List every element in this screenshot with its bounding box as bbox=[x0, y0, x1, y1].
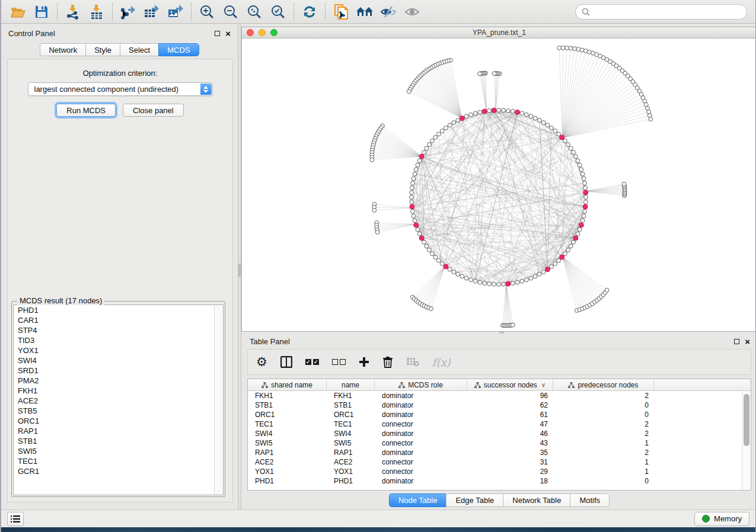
optimization-criterion-select[interactable]: largest connected component (undirected) bbox=[28, 82, 213, 96]
tab-node-table[interactable]: Node Table bbox=[389, 493, 446, 507]
tab-style[interactable]: Style bbox=[85, 43, 120, 56]
mcds-result-item[interactable]: ORC1 bbox=[14, 416, 223, 426]
tab-select[interactable]: Select bbox=[120, 43, 158, 56]
tab-mcds[interactable]: MCDS bbox=[158, 43, 199, 56]
hide-selected-icon[interactable] bbox=[377, 2, 400, 22]
close-panel-button[interactable]: Close panel bbox=[123, 104, 184, 117]
search-input[interactable] bbox=[594, 8, 741, 16]
toolbar-separator bbox=[325, 3, 326, 21]
export-image-icon[interactable] bbox=[164, 2, 187, 22]
memory-status-icon bbox=[702, 515, 710, 523]
mcds-result-item[interactable]: FKH1 bbox=[14, 386, 223, 396]
column-header-successor-nodes[interactable]: successor nodes∨ bbox=[467, 379, 553, 390]
table-row[interactable]: YOX1YOX1connector291 bbox=[248, 467, 751, 476]
desktop-background bbox=[1, 527, 755, 532]
mcds-result-item[interactable]: CAR1 bbox=[14, 315, 223, 325]
mcds-result-item[interactable]: GCR1 bbox=[14, 466, 223, 476]
export-network-icon[interactable] bbox=[116, 2, 140, 22]
import-table-icon[interactable] bbox=[85, 2, 109, 22]
mcds-result-item[interactable]: RAP1 bbox=[14, 426, 223, 436]
mcds-result-item[interactable]: SWI4 bbox=[14, 355, 223, 366]
column-header-shared-name[interactable]: shared name bbox=[248, 379, 327, 390]
close-table-panel-icon[interactable]: × bbox=[745, 339, 750, 344]
add-column-icon[interactable] bbox=[359, 353, 369, 371]
tab-network[interactable]: Network bbox=[40, 43, 85, 56]
network-graph[interactable] bbox=[242, 39, 756, 332]
network-window-title: YPA_prune.txt_1 bbox=[242, 28, 756, 37]
tab-motifs[interactable]: Motifs bbox=[570, 493, 610, 507]
import-network-icon[interactable] bbox=[61, 2, 85, 22]
mcds-result-item[interactable]: ACE2 bbox=[14, 396, 223, 406]
column-visibility-icon[interactable] bbox=[280, 353, 292, 371]
cell-shared-name: SWI4 bbox=[248, 430, 327, 438]
table-row[interactable]: STB1STB1dominator620 bbox=[248, 400, 751, 410]
cell-shared-name: PHD1 bbox=[248, 477, 327, 485]
mcds-result-item[interactable]: STB5 bbox=[14, 406, 223, 416]
show-all-icon[interactable] bbox=[400, 2, 424, 22]
tab-edge-table[interactable]: Edge Table bbox=[446, 493, 503, 507]
mcds-result-item[interactable]: PHD1 bbox=[14, 305, 223, 315]
table-row[interactable]: ACE2ACE2connector311 bbox=[248, 457, 751, 467]
export-table-icon[interactable] bbox=[140, 2, 164, 22]
cell-successor-nodes: 46 bbox=[467, 430, 553, 438]
mcds-result-item[interactable]: TEC1 bbox=[14, 456, 223, 466]
table-row[interactable]: RAP1RAP1dominator352 bbox=[248, 448, 751, 457]
column-header-predecessor-nodes[interactable]: predecessor nodes bbox=[553, 379, 654, 390]
table-row[interactable]: SWI5SWI5connector431 bbox=[248, 438, 751, 448]
sort-desc-icon: ∨ bbox=[541, 382, 546, 388]
result-list-scrollbar[interactable] bbox=[214, 305, 223, 495]
cell-name: SWI5 bbox=[327, 439, 375, 447]
float-panel-icon[interactable] bbox=[215, 31, 220, 36]
cell-MCDS-role: connector bbox=[375, 420, 467, 428]
memory-button[interactable]: Memory bbox=[694, 512, 749, 526]
column-type-icon bbox=[474, 382, 481, 388]
mcds-result-item[interactable]: SRD1 bbox=[14, 366, 223, 376]
first-neighbors-icon[interactable] bbox=[353, 2, 377, 22]
open-file-icon[interactable] bbox=[6, 2, 30, 22]
task-history-button[interactable] bbox=[7, 512, 24, 526]
mcds-result-item[interactable]: STP4 bbox=[14, 325, 223, 335]
column-header-MCDS-role[interactable]: MCDS role bbox=[375, 379, 467, 390]
cell-shared-name: RAP1 bbox=[248, 448, 327, 457]
table-row[interactable]: PHD1PHD1dominator180 bbox=[248, 476, 751, 486]
column-type-icon bbox=[568, 382, 575, 388]
mcds-result-item[interactable]: SWI5 bbox=[14, 446, 223, 456]
refresh-view-icon[interactable] bbox=[298, 2, 321, 22]
zoom-in-icon[interactable] bbox=[195, 2, 219, 22]
column-header-name[interactable]: name bbox=[327, 379, 375, 390]
zoom-out-icon[interactable] bbox=[219, 2, 243, 22]
close-panel-icon[interactable]: × bbox=[225, 31, 231, 36]
delete-columns-icon[interactable] bbox=[382, 353, 393, 371]
table-scrollbar[interactable] bbox=[742, 392, 751, 490]
table-row[interactable]: SWI4SWI4dominator462 bbox=[248, 429, 751, 438]
zoom-fit-icon[interactable] bbox=[243, 2, 266, 22]
table-row[interactable]: TEC1TEC1connector472 bbox=[248, 419, 751, 429]
tab-network-table[interactable]: Network Table bbox=[503, 493, 570, 507]
cell-name: SWI4 bbox=[327, 430, 375, 438]
cell-shared-name: YOX1 bbox=[248, 467, 327, 476]
mcds-result-list[interactable]: PHD1CAR1STP4TID3YOX1SWI4SRD1PMA2FKH1ACE2… bbox=[13, 305, 224, 495]
cell-MCDS-role: dominator bbox=[375, 392, 467, 400]
cell-name: TEC1 bbox=[327, 420, 375, 428]
mcds-result-item[interactable]: TID3 bbox=[14, 335, 223, 345]
mcds-result-item[interactable]: STB1 bbox=[14, 436, 223, 446]
duplicate-network-icon[interactable] bbox=[329, 2, 353, 22]
network-search-box[interactable] bbox=[575, 4, 747, 20]
save-session-icon[interactable] bbox=[30, 2, 53, 22]
main-toolbar bbox=[1, 0, 755, 24]
table-options-icon[interactable]: ⚙ bbox=[256, 353, 267, 371]
table-row[interactable]: ORC1ORC1dominator610 bbox=[248, 410, 751, 419]
mcds-result-group: MCDS result (17 nodes) PHD1CAR1STP4TID3Y… bbox=[11, 301, 225, 497]
network-window-titlebar[interactable]: YPA_prune.txt_1 bbox=[242, 27, 756, 39]
clear-selection-icon[interactable] bbox=[332, 353, 346, 371]
network-canvas[interactable] bbox=[242, 39, 756, 331]
float-table-panel-icon[interactable] bbox=[734, 339, 739, 344]
run-mcds-button[interactable]: Run MCDS bbox=[56, 104, 116, 117]
mcds-result-item[interactable]: PMA2 bbox=[14, 376, 223, 386]
cell-successor-nodes: 35 bbox=[467, 448, 553, 457]
table-row[interactable]: FKH1FKH1dominator962 bbox=[248, 391, 751, 400]
table-scrollbar-thumb[interactable] bbox=[744, 394, 749, 446]
mcds-result-item[interactable]: YOX1 bbox=[14, 345, 223, 355]
select-all-rows-icon[interactable]: ✓✓ bbox=[305, 353, 319, 371]
zoom-selected-icon[interactable] bbox=[266, 2, 290, 22]
